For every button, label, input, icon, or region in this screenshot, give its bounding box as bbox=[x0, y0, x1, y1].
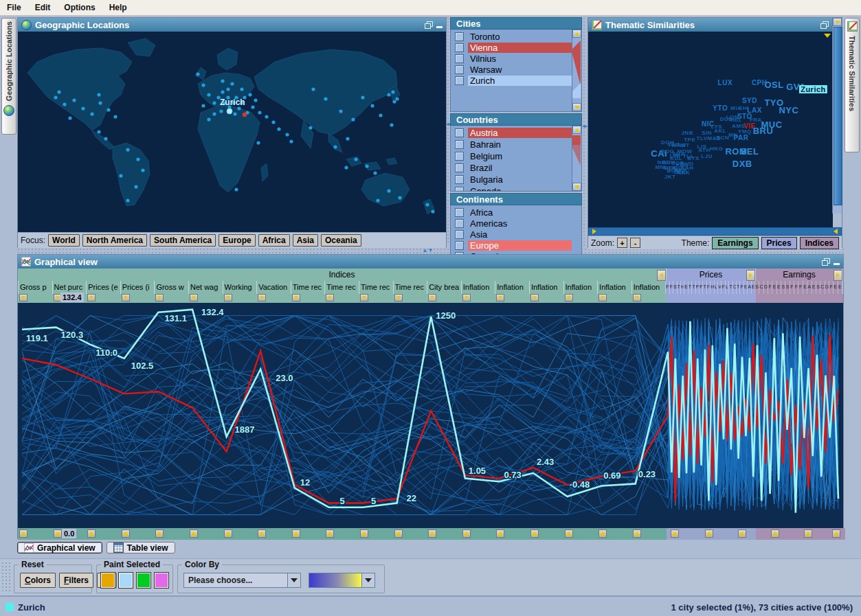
restore-icon[interactable] bbox=[822, 258, 830, 266]
city-point-jkt[interactable]: JKT bbox=[664, 173, 676, 179]
list-item-brazil[interactable]: Brazil bbox=[452, 162, 572, 174]
column-header-11[interactable]: Time rec bbox=[393, 281, 427, 294]
focus-button-africa[interactable]: Africa bbox=[258, 234, 290, 247]
checkbox[interactable] bbox=[455, 230, 464, 239]
filter-dropdown-11[interactable] bbox=[394, 294, 403, 301]
list-item-vilnius[interactable]: Vilnius bbox=[452, 53, 572, 64]
column-header-12[interactable]: City brea bbox=[427, 281, 461, 294]
list-item-warsaw[interactable]: Warsaw bbox=[452, 64, 572, 75]
reset-filters-button[interactable]: Filters bbox=[59, 573, 93, 588]
city-point-lux[interactable]: LUX bbox=[718, 79, 733, 87]
dropdown-arrow-icon[interactable] bbox=[288, 573, 301, 588]
list-item-asia[interactable]: Asia bbox=[452, 229, 572, 240]
city-point-bcn[interactable]: BCN bbox=[716, 134, 729, 140]
list-item-bulgaria[interactable]: Bulgaria bbox=[452, 174, 572, 185]
view-tab-graphical-view[interactable]: Graphical view bbox=[17, 542, 102, 554]
scroll-down-button[interactable] bbox=[572, 103, 581, 111]
scroll-up-button[interactable] bbox=[572, 126, 581, 134]
column-header-16[interactable]: Inflation bbox=[563, 281, 598, 294]
filter-dropdown-3[interactable] bbox=[122, 294, 130, 301]
column-header-3[interactable]: Prices (i bbox=[120, 281, 155, 294]
column-header-5[interactable]: Net wag bbox=[188, 281, 223, 294]
city-point-osl[interactable]: OSL bbox=[764, 79, 783, 89]
restore-icon[interactable] bbox=[425, 21, 433, 29]
checkbox[interactable] bbox=[455, 187, 464, 192]
focus-button-north-america[interactable]: North America bbox=[82, 234, 147, 247]
range-filter-handle-0[interactable] bbox=[19, 529, 27, 538]
list-item-americas[interactable]: Americas bbox=[452, 218, 572, 229]
city-point-dxb[interactable]: DXB bbox=[733, 159, 752, 169]
filter-dropdown-8[interactable] bbox=[292, 294, 300, 301]
paint-swatch-2[interactable] bbox=[136, 572, 151, 589]
range-filter-handle-13[interactable] bbox=[462, 529, 471, 538]
column-header-0[interactable]: Gross p bbox=[18, 281, 52, 294]
compressed-column[interactable]: E bbox=[838, 281, 842, 294]
column-header-6[interactable]: Working bbox=[223, 281, 257, 294]
scroll-corner-arrow[interactable] bbox=[824, 34, 831, 38]
focus-button-south-america[interactable]: South America bbox=[150, 234, 216, 247]
vertical-splitter[interactable]: ◂▸ bbox=[583, 17, 587, 248]
checkbox[interactable] bbox=[455, 140, 464, 149]
expand-prices-arrow[interactable] bbox=[746, 270, 755, 281]
collapse-indices-arrow[interactable] bbox=[657, 270, 666, 281]
list-scrollbar[interactable] bbox=[572, 30, 581, 111]
focus-button-world[interactable]: World bbox=[48, 234, 80, 247]
range-filter-handle-7[interactable] bbox=[258, 529, 266, 538]
list-item-europe[interactable]: Europe bbox=[452, 240, 572, 251]
range-filter-handle-dense-4[interactable] bbox=[804, 529, 812, 538]
checkbox[interactable] bbox=[455, 175, 464, 184]
filter-dropdown-12[interactable] bbox=[428, 294, 436, 301]
gradient-dropdown[interactable] bbox=[309, 573, 375, 588]
theme-button-prices[interactable]: Prices bbox=[761, 237, 797, 249]
city-point-bkk[interactable]: BKK bbox=[675, 166, 688, 172]
list-scrollbar[interactable] bbox=[572, 126, 581, 191]
scroll-up-button[interactable] bbox=[572, 30, 581, 38]
checkbox[interactable] bbox=[455, 43, 464, 52]
checkbox[interactable] bbox=[455, 76, 464, 85]
graphical-view-titlebar[interactable]: Graphical view bbox=[18, 255, 843, 269]
checkbox[interactable] bbox=[455, 128, 464, 137]
list-item-zurich[interactable]: Zurich bbox=[452, 75, 572, 86]
range-filter-handle-dense-5[interactable] bbox=[832, 529, 840, 538]
theme-button-indices[interactable]: Indices bbox=[800, 237, 839, 249]
range-filter-handle-8[interactable] bbox=[292, 529, 300, 538]
city-point-jnb[interactable]: JNB bbox=[681, 129, 693, 135]
focus-button-europe[interactable]: Europe bbox=[219, 234, 255, 247]
column-header-4[interactable]: Gross w bbox=[154, 281, 188, 294]
color-by-dropdown[interactable]: Please choose... bbox=[183, 573, 301, 588]
city-point-sel[interactable]: SEL bbox=[741, 146, 759, 156]
column-header-18[interactable]: Inflation bbox=[631, 281, 666, 294]
toolbar-grip[interactable] bbox=[1, 562, 11, 593]
scrollbar-thumb[interactable] bbox=[834, 27, 842, 205]
list-item-africa[interactable]: Africa bbox=[452, 207, 572, 218]
paint-swatch-1[interactable] bbox=[118, 572, 133, 589]
scroll-left-button[interactable] bbox=[590, 229, 599, 234]
group-header-earnings[interactable]: Earnings bbox=[756, 269, 843, 281]
tab-thematic-similarities[interactable]: Thematic Similarities bbox=[845, 18, 860, 152]
menu-item-file[interactable]: File bbox=[0, 3, 28, 12]
geographic-locations-titlebar[interactable]: Geographic Locations bbox=[18, 18, 446, 32]
range-filter-handle-16[interactable] bbox=[565, 529, 573, 538]
range-filter-handle-9[interactable] bbox=[326, 529, 334, 538]
checkbox[interactable] bbox=[455, 208, 464, 217]
menu-item-edit[interactable]: Edit bbox=[28, 3, 58, 12]
list-item-toronto[interactable]: Toronto bbox=[452, 31, 572, 42]
list-item-bahrain[interactable]: Bahrain bbox=[452, 139, 572, 150]
checkbox[interactable] bbox=[455, 163, 464, 172]
city-point-lju[interactable]: LJU bbox=[701, 152, 713, 159]
minimize-icon[interactable] bbox=[436, 26, 443, 28]
city-point-nyc[interactable]: NYC bbox=[779, 105, 798, 115]
range-filter-handle-12[interactable] bbox=[428, 529, 436, 538]
city-point-tlv[interactable]: TLV bbox=[697, 135, 708, 141]
group-header-indices[interactable]: Indices bbox=[18, 269, 667, 281]
range-filter-handle-5[interactable] bbox=[190, 529, 198, 538]
vertical-scrollbar[interactable] bbox=[832, 18, 842, 214]
menu-item-help[interactable]: Help bbox=[102, 3, 134, 12]
city-point-akl[interactable]: AKL bbox=[714, 127, 726, 133]
range-filter-handle-dense-1[interactable] bbox=[705, 529, 713, 538]
minimize-icon[interactable] bbox=[834, 263, 840, 265]
list-item-austria[interactable]: Austria bbox=[452, 127, 572, 139]
filter-dropdown-4[interactable] bbox=[155, 294, 164, 301]
range-filter-handle-14[interactable] bbox=[496, 529, 504, 538]
group-header-prices[interactable]: Prices bbox=[667, 269, 756, 281]
